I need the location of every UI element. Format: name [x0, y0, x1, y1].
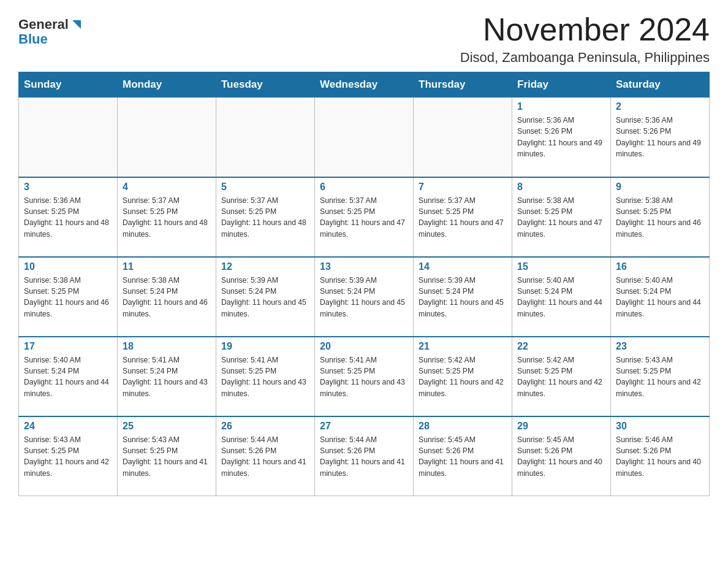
calendar-cell: 30Sunrise: 5:46 AM Sunset: 5:26 PM Dayli… — [611, 416, 710, 496]
calendar-cell: 26Sunrise: 5:44 AM Sunset: 5:26 PM Dayli… — [216, 416, 315, 496]
calendar-cell: 11Sunrise: 5:38 AM Sunset: 5:24 PM Dayli… — [118, 257, 216, 337]
calendar-cell: 4Sunrise: 5:37 AM Sunset: 5:25 PM Daylig… — [118, 177, 216, 257]
day-number: 23 — [616, 341, 704, 352]
calendar-cell: 16Sunrise: 5:40 AM Sunset: 5:24 PM Dayli… — [611, 257, 710, 337]
calendar-cell — [19, 98, 118, 177]
calendar-cell: 18Sunrise: 5:41 AM Sunset: 5:24 PM Dayli… — [118, 337, 216, 416]
calendar-table: SundayMondayTuesdayWednesdayThursdayFrid… — [18, 72, 710, 496]
day-info: Sunrise: 5:43 AM Sunset: 5:25 PM Dayligh… — [24, 434, 112, 479]
calendar-cell: 2Sunrise: 5:36 AM Sunset: 5:26 PM Daylig… — [611, 98, 710, 177]
calendar-cell: 28Sunrise: 5:45 AM Sunset: 5:26 PM Dayli… — [414, 416, 512, 496]
day-info: Sunrise: 5:45 AM Sunset: 5:26 PM Dayligh… — [419, 434, 507, 479]
calendar-cell: 27Sunrise: 5:44 AM Sunset: 5:26 PM Dayli… — [315, 416, 414, 496]
day-number: 27 — [320, 421, 408, 432]
logo-general-text: General — [18, 17, 69, 32]
day-info: Sunrise: 5:43 AM Sunset: 5:25 PM Dayligh… — [123, 434, 211, 479]
day-info: Sunrise: 5:44 AM Sunset: 5:26 PM Dayligh… — [320, 434, 408, 479]
calendar-cell: 7Sunrise: 5:37 AM Sunset: 5:25 PM Daylig… — [414, 177, 512, 257]
calendar-cell: 1Sunrise: 5:36 AM Sunset: 5:26 PM Daylig… — [512, 98, 611, 177]
day-number: 28 — [419, 421, 507, 432]
calendar-cell: 12Sunrise: 5:39 AM Sunset: 5:24 PM Dayli… — [216, 257, 315, 337]
day-number: 14 — [419, 261, 507, 272]
day-number: 4 — [123, 182, 211, 193]
title-block: November 2024 Disod, Zamboanga Peninsula… — [460, 12, 710, 66]
day-number: 24 — [24, 421, 112, 432]
day-info: Sunrise: 5:45 AM Sunset: 5:26 PM Dayligh… — [517, 434, 605, 479]
day-info: Sunrise: 5:46 AM Sunset: 5:26 PM Dayligh… — [616, 434, 704, 479]
day-number: 22 — [517, 341, 605, 352]
day-number: 25 — [123, 421, 211, 432]
calendar-cell: 14Sunrise: 5:39 AM Sunset: 5:24 PM Dayli… — [414, 257, 512, 337]
calendar-cell: 17Sunrise: 5:40 AM Sunset: 5:24 PM Dayli… — [19, 337, 118, 416]
calendar-cell: 21Sunrise: 5:42 AM Sunset: 5:25 PM Dayli… — [414, 337, 512, 416]
calendar-header-row: SundayMondayTuesdayWednesdayThursdayFrid… — [19, 72, 710, 98]
calendar-cell: 10Sunrise: 5:38 AM Sunset: 5:25 PM Dayli… — [19, 257, 118, 337]
logo-blue-text: Blue — [18, 32, 48, 47]
day-number: 19 — [221, 341, 309, 352]
day-number: 1 — [517, 101, 605, 112]
day-info: Sunrise: 5:38 AM Sunset: 5:25 PM Dayligh… — [517, 195, 605, 240]
calendar-cell — [414, 98, 512, 177]
day-number: 8 — [517, 182, 605, 193]
calendar-cell: 8Sunrise: 5:38 AM Sunset: 5:25 PM Daylig… — [512, 177, 611, 257]
day-number: 13 — [320, 261, 408, 272]
calendar-cell — [118, 98, 216, 177]
day-number: 3 — [24, 182, 112, 193]
calendar-cell: 13Sunrise: 5:39 AM Sunset: 5:24 PM Dayli… — [315, 257, 414, 337]
day-info: Sunrise: 5:40 AM Sunset: 5:24 PM Dayligh… — [24, 354, 112, 399]
calendar-cell: 5Sunrise: 5:37 AM Sunset: 5:25 PM Daylig… — [216, 177, 315, 257]
col-header-thursday: Thursday — [414, 72, 512, 98]
col-header-saturday: Saturday — [611, 72, 710, 98]
day-number: 17 — [24, 341, 112, 352]
day-number: 11 — [123, 261, 211, 272]
calendar-cell: 25Sunrise: 5:43 AM Sunset: 5:25 PM Dayli… — [118, 416, 216, 496]
day-info: Sunrise: 5:36 AM Sunset: 5:26 PM Dayligh… — [616, 115, 704, 159]
day-info: Sunrise: 5:39 AM Sunset: 5:24 PM Dayligh… — [419, 275, 507, 320]
day-info: Sunrise: 5:41 AM Sunset: 5:25 PM Dayligh… — [221, 354, 309, 399]
day-info: Sunrise: 5:42 AM Sunset: 5:25 PM Dayligh… — [419, 354, 507, 399]
day-info: Sunrise: 5:37 AM Sunset: 5:25 PM Dayligh… — [419, 195, 507, 240]
logo: General Blue — [18, 17, 83, 47]
day-number: 10 — [24, 261, 112, 272]
day-info: Sunrise: 5:37 AM Sunset: 5:25 PM Dayligh… — [221, 195, 309, 240]
day-info: Sunrise: 5:40 AM Sunset: 5:24 PM Dayligh… — [616, 275, 704, 320]
calendar-cell — [216, 98, 315, 177]
calendar-cell: 23Sunrise: 5:43 AM Sunset: 5:25 PM Dayli… — [611, 337, 710, 416]
col-header-friday: Friday — [512, 72, 611, 98]
calendar-week-row: 17Sunrise: 5:40 AM Sunset: 5:24 PM Dayli… — [19, 337, 710, 416]
calendar-cell: 24Sunrise: 5:43 AM Sunset: 5:25 PM Dayli… — [19, 416, 118, 496]
day-number: 16 — [616, 261, 704, 272]
day-info: Sunrise: 5:36 AM Sunset: 5:25 PM Dayligh… — [24, 195, 112, 240]
calendar-cell: 15Sunrise: 5:40 AM Sunset: 5:24 PM Dayli… — [512, 257, 611, 337]
calendar-cell: 9Sunrise: 5:38 AM Sunset: 5:25 PM Daylig… — [611, 177, 710, 257]
day-info: Sunrise: 5:44 AM Sunset: 5:26 PM Dayligh… — [221, 434, 309, 479]
day-number: 20 — [320, 341, 408, 352]
col-header-sunday: Sunday — [19, 72, 118, 98]
calendar-cell — [315, 98, 414, 177]
day-info: Sunrise: 5:37 AM Sunset: 5:25 PM Dayligh… — [320, 195, 408, 240]
day-number: 21 — [419, 341, 507, 352]
page-header: General Blue November 2024 Disod, Zamboa… — [18, 12, 710, 66]
calendar-cell: 20Sunrise: 5:41 AM Sunset: 5:25 PM Dayli… — [315, 337, 414, 416]
calendar-cell: 29Sunrise: 5:45 AM Sunset: 5:26 PM Dayli… — [512, 416, 611, 496]
calendar-week-row: 10Sunrise: 5:38 AM Sunset: 5:25 PM Dayli… — [19, 257, 710, 337]
day-info: Sunrise: 5:38 AM Sunset: 5:25 PM Dayligh… — [24, 275, 112, 320]
day-info: Sunrise: 5:38 AM Sunset: 5:24 PM Dayligh… — [123, 275, 211, 320]
col-header-wednesday: Wednesday — [315, 72, 414, 98]
day-number: 6 — [320, 182, 408, 193]
page-subtitle: Disod, Zamboanga Peninsula, Philippines — [460, 50, 710, 66]
day-info: Sunrise: 5:40 AM Sunset: 5:24 PM Dayligh… — [517, 275, 605, 320]
day-number: 30 — [616, 421, 704, 432]
day-info: Sunrise: 5:41 AM Sunset: 5:24 PM Dayligh… — [123, 354, 211, 399]
calendar-week-row: 3Sunrise: 5:36 AM Sunset: 5:25 PM Daylig… — [19, 177, 710, 257]
calendar-week-row: 1Sunrise: 5:36 AM Sunset: 5:26 PM Daylig… — [19, 98, 710, 177]
day-number: 29 — [517, 421, 605, 432]
day-number: 7 — [419, 182, 507, 193]
day-number: 12 — [221, 261, 309, 272]
day-info: Sunrise: 5:41 AM Sunset: 5:25 PM Dayligh… — [320, 354, 408, 399]
day-info: Sunrise: 5:39 AM Sunset: 5:24 PM Dayligh… — [221, 275, 309, 320]
col-header-tuesday: Tuesday — [216, 72, 315, 98]
day-info: Sunrise: 5:37 AM Sunset: 5:25 PM Dayligh… — [123, 195, 211, 240]
calendar-cell: 6Sunrise: 5:37 AM Sunset: 5:25 PM Daylig… — [315, 177, 414, 257]
day-number: 15 — [517, 261, 605, 272]
